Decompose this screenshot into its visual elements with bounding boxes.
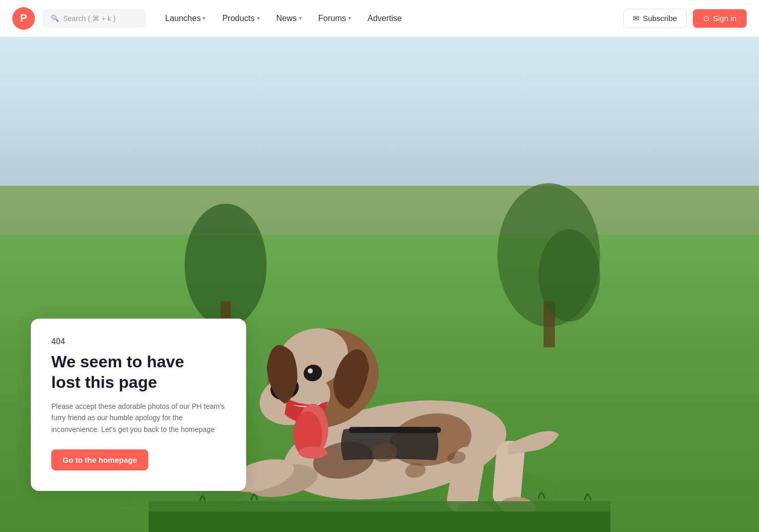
error-title-line1: We seem to have (51, 352, 184, 371)
nav-advertise-label: Advertise (368, 14, 402, 23)
logo-letter: P (20, 12, 27, 24)
chevron-down-icon: ▾ (257, 15, 260, 22)
error-code: 404 (51, 337, 226, 346)
error-description: Please accept these adorable photos of o… (51, 401, 226, 435)
nav-launches-label: Launches (165, 14, 201, 23)
nav-forums[interactable]: Forums ▾ (311, 10, 358, 27)
search-placeholder: Search ( ⌘ + k ) (63, 14, 115, 23)
nav-news-label: News (276, 14, 297, 23)
error-title-line2: lost this page (51, 373, 157, 391)
nav-links: Launches ▾ Products ▾ News ▾ Forums ▾ Ad… (158, 10, 623, 27)
signin-icon: ⊙ (703, 14, 710, 23)
chevron-down-icon: ▾ (203, 15, 206, 22)
svg-point-20 (308, 368, 313, 373)
go-to-homepage-button[interactable]: Go to the homepage (51, 449, 148, 470)
signin-label: Sign in (713, 14, 736, 23)
svg-rect-31 (149, 511, 610, 532)
navbar-actions: ✉ Subscribe ⊙ Sign in (623, 9, 747, 28)
subscribe-icon: ✉ (633, 14, 640, 23)
svg-rect-9 (349, 427, 441, 433)
search-bar[interactable]: 🔍 Search ( ⌘ + k ) (43, 10, 146, 27)
svg-point-4 (538, 229, 600, 322)
error-title: We seem to have lost this page (51, 351, 226, 392)
subscribe-button[interactable]: ✉ Subscribe (623, 9, 687, 28)
search-icon: 🔍 (51, 14, 59, 22)
error-card: 404 We seem to have lost this page Pleas… (31, 319, 246, 491)
nav-news[interactable]: News ▾ (269, 10, 309, 27)
nav-forums-label: Forums (318, 14, 346, 23)
subscribe-label: Subscribe (643, 14, 677, 23)
signin-button[interactable]: ⊙ Sign in (693, 9, 747, 28)
nav-products-label: Products (222, 14, 254, 23)
logo[interactable]: P (12, 7, 35, 30)
nav-launches[interactable]: Launches ▾ (158, 10, 213, 27)
chevron-down-icon: ▾ (299, 15, 302, 22)
navbar: P 🔍 Search ( ⌘ + k ) Launches ▾ Products… (0, 0, 759, 37)
svg-point-18 (298, 446, 327, 459)
nav-products[interactable]: Products ▾ (215, 10, 267, 27)
chevron-down-icon: ▾ (348, 15, 351, 22)
nav-advertise[interactable]: Advertise (361, 10, 409, 27)
